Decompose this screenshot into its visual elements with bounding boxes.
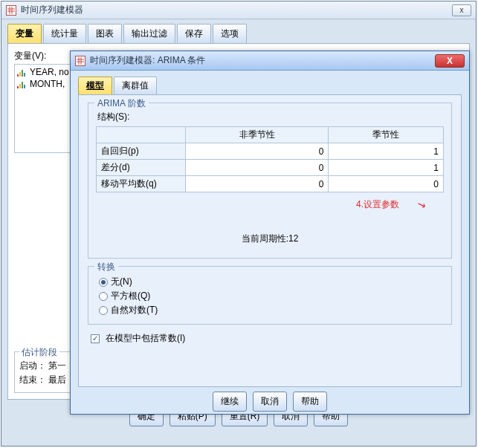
window-title: 时间序列建模器 <box>21 4 452 16</box>
window-buttons: x <box>452 4 471 16</box>
svg-rect-10 <box>19 84 21 88</box>
estimation-legend: 估计阶段 <box>19 346 59 359</box>
estimation-start: 启动： 第一 <box>19 360 67 372</box>
table-header-seasonal: 季节性 <box>329 127 444 143</box>
tab-model[interactable]: 模型 <box>78 77 112 94</box>
dialog-tabstrip: 模型 离群值 <box>78 77 462 94</box>
list-item[interactable]: MONTH, <box>16 78 71 90</box>
annotation-text: 4.设置参数 <box>96 198 444 211</box>
dialog-button-bar: 继续 取消 帮助 <box>78 392 462 412</box>
dialog-body: 模型 离群值 ARIMA 阶数 结构(S): 非季节性 季节性 自回归(p) 0… <box>71 71 469 413</box>
app-icon <box>6 5 16 16</box>
cell-ar-nonseasonal[interactable]: 0 <box>186 143 329 160</box>
periodicity-label: 当前周期性:12 <box>96 228 444 247</box>
tab-outliers[interactable]: 离群值 <box>114 77 157 94</box>
transform-legend: 转换 <box>94 261 118 273</box>
transform-group: 转换 无(N) 平方根(Q) 自然对数(T) <box>88 266 452 325</box>
svg-rect-11 <box>22 82 23 88</box>
include-constant-checkbox[interactable]: 在模型中包括常数(I) <box>91 332 452 345</box>
dialog-panel: ARIMA 阶数 结构(S): 非季节性 季节性 自回归(p) 0 1 差分(d… <box>78 94 462 387</box>
svg-rect-0 <box>7 7 15 14</box>
svg-rect-6 <box>19 72 21 77</box>
arima-order-group: ARIMA 阶数 结构(S): 非季节性 季节性 自回归(p) 0 1 差分(d… <box>88 103 452 259</box>
tab-variable[interactable]: 变量 <box>7 24 42 43</box>
dialog-close-button[interactable]: X <box>435 54 465 68</box>
dialog-titlebar: 时间序列建模器: ARIMA 条件 X <box>71 51 469 71</box>
scale-icon <box>16 80 27 88</box>
svg-rect-12 <box>24 85 25 88</box>
tab-options[interactable]: 选项 <box>213 24 247 43</box>
table-header-blank <box>97 127 186 143</box>
list-item-label: MONTH, <box>30 79 65 89</box>
list-item[interactable]: YEAR, no <box>16 66 71 78</box>
continue-button[interactable]: 继续 <box>213 392 247 412</box>
app-icon <box>75 56 85 66</box>
dialog-help-button[interactable]: 帮助 <box>293 392 327 412</box>
svg-rect-9 <box>17 86 19 88</box>
dialog-title: 时间序列建模器: ARIMA 条件 <box>90 54 435 67</box>
table-row: 移动平均数(q) 0 0 <box>97 176 444 192</box>
table-row: 自回归(p) 0 1 <box>97 143 444 160</box>
svg-rect-5 <box>17 74 19 77</box>
table-row: 差分(d) 0 1 <box>97 160 444 176</box>
cell-ma-nonseasonal[interactable]: 0 <box>186 176 329 192</box>
radio-label: 平方根(Q) <box>111 290 150 302</box>
titlebar: 时间序列建模器 x <box>1 1 476 19</box>
radio-label: 自然对数(T) <box>111 304 158 316</box>
dialog-cancel-button[interactable]: 取消 <box>253 392 287 412</box>
cell-d-seasonal[interactable]: 1 <box>329 160 444 176</box>
scale-icon <box>16 68 27 77</box>
estimation-end: 结束： 最后 <box>19 374 67 386</box>
row-d-label: 差分(d) <box>97 160 186 176</box>
svg-rect-8 <box>24 73 25 77</box>
estimation-group: 估计阶段 启动： 第一 结束： 最后 <box>14 351 72 393</box>
checkbox-icon <box>91 334 100 343</box>
tab-statistics[interactable]: 统计量 <box>43 24 86 43</box>
radio-icon <box>99 278 108 287</box>
arima-order-legend: ARIMA 阶数 <box>94 97 149 110</box>
window-close-button[interactable]: x <box>452 4 471 16</box>
tab-charts[interactable]: 图表 <box>88 24 122 43</box>
variables-listbox[interactable]: YEAR, no MONTH, <box>14 64 74 153</box>
radio-log[interactable]: 自然对数(T) <box>99 304 444 316</box>
row-ma-label: 移动平均数(q) <box>97 176 186 192</box>
row-ar-label: 自回归(p) <box>97 143 186 160</box>
radio-icon <box>99 292 108 301</box>
radio-none[interactable]: 无(N) <box>99 276 444 288</box>
structure-label: 结构(S): <box>97 111 444 123</box>
tab-output-filter[interactable]: 输出过滤 <box>123 24 175 43</box>
arima-dialog: 时间序列建模器: ARIMA 条件 X 模型 离群值 ARIMA 阶数 结构(S… <box>70 51 470 415</box>
svg-rect-7 <box>22 70 23 77</box>
radio-icon <box>99 306 108 315</box>
cell-ma-seasonal[interactable]: 0 <box>329 176 444 192</box>
checkbox-label: 在模型中包括常数(I) <box>106 332 185 345</box>
arima-structure-table[interactable]: 非季节性 季节性 自回归(p) 0 1 差分(d) 0 1 移动平均数(q) <box>96 126 444 192</box>
svg-rect-13 <box>77 57 84 65</box>
radio-sqrt[interactable]: 平方根(Q) <box>99 290 444 302</box>
tab-save[interactable]: 保存 <box>177 24 211 43</box>
radio-label: 无(N) <box>111 276 132 288</box>
main-tabstrip: 变量 统计量 图表 输出过滤 保存 选项 <box>7 24 470 43</box>
list-item-label: YEAR, no <box>30 67 69 77</box>
cell-ar-seasonal[interactable]: 1 <box>329 143 444 160</box>
cell-d-nonseasonal[interactable]: 0 <box>186 160 329 176</box>
table-header-nonseasonal: 非季节性 <box>186 127 329 143</box>
